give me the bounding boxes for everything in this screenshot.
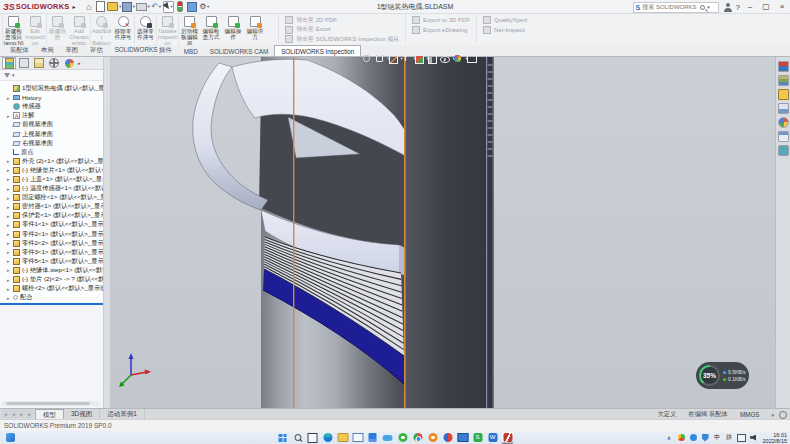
scrollbar-thumb[interactable] xyxy=(6,402,90,405)
tree-item[interactable]: History xyxy=(0,93,103,102)
app-red-icon[interactable] xyxy=(442,432,454,444)
appearances-scenes-icon[interactable] xyxy=(778,117,789,128)
zoom-area-icon[interactable] xyxy=(374,52,385,64)
tab-next-icon[interactable]: ▸ xyxy=(18,410,25,418)
view-palette-icon[interactable] xyxy=(778,103,789,114)
app-monitor-icon[interactable] xyxy=(457,432,469,444)
tray-app-color-icon[interactable] xyxy=(677,432,686,443)
language-indicator[interactable]: 中 xyxy=(713,432,722,443)
export-item[interactable]: 导出至 2D PDF xyxy=(285,16,399,24)
solidworks-logo[interactable]: ЗS SOLIDWORKS ▸ xyxy=(3,2,75,12)
tray-chevron-up-icon[interactable] xyxy=(665,432,674,443)
tree-item[interactable]: 零件2<1> (默认<<默认>_显示状 xyxy=(0,230,103,239)
tree-item[interactable]: (-) 温度传感器<1> (默认<<默认>_ xyxy=(0,184,103,193)
speaker-icon[interactable] xyxy=(749,432,758,443)
tree-item[interactable]: 前视基准面 xyxy=(0,120,103,129)
document-tab[interactable]: 模型 xyxy=(35,409,64,419)
ribbon-tab[interactable]: 评估 xyxy=(84,44,109,56)
taskbar-clock[interactable]: 16:01 2022/8/15 xyxy=(763,432,787,444)
open-document-icon[interactable] xyxy=(107,1,121,13)
export-item[interactable]: 导出至 SOLIDWORKS Inspection 项目 xyxy=(285,35,399,43)
propertymanager-tab-icon[interactable] xyxy=(17,57,31,69)
tree-item[interactable]: 配合 xyxy=(0,293,103,302)
performance-overlay[interactable]: 35% 0.5KB/s 0.1KB/s xyxy=(696,362,749,389)
save-icon[interactable] xyxy=(122,1,135,13)
print-icon[interactable] xyxy=(136,1,150,13)
panel-horizontal-scrollbar[interactable] xyxy=(2,401,100,406)
ribbon-tab[interactable]: SOLIDWORKS 插件 xyxy=(109,44,178,56)
tree-item[interactable]: 右视基准面 xyxy=(0,139,103,148)
zoom-fit-icon[interactable] xyxy=(361,52,372,64)
search-input[interactable] xyxy=(642,4,698,10)
graphics-viewport[interactable]: 35% 0.5KB/s 0.1KB/s xyxy=(111,57,775,408)
tree-item[interactable]: 零件3<1> (默认<<默认>_显示状 xyxy=(0,248,103,257)
view-settings-icon[interactable] xyxy=(465,52,476,64)
ribbon-tab[interactable]: SOLIDWORKS Inspection xyxy=(274,45,361,56)
minimize-button[interactable]: – xyxy=(744,1,756,13)
task-view-icon[interactable] xyxy=(307,432,319,444)
tab-prev-icon[interactable]: ◂ xyxy=(10,410,17,418)
tab-last-icon[interactable]: ▸ xyxy=(26,410,33,418)
tree-item[interactable]: 零件1<1> (默认<<默认>_显示状态 xyxy=(0,220,103,229)
tree-item[interactable]: 上视基准面 xyxy=(0,129,103,138)
app-orange-icon[interactable] xyxy=(427,432,439,444)
tree-item[interactable]: 保护套<1> (默认<<默认>_显示状 xyxy=(0,211,103,220)
section-view-icon[interactable] xyxy=(387,52,398,64)
ribbon-button[interactable]: 编辑供方 xyxy=(244,15,266,44)
hide-show-items-icon[interactable] xyxy=(439,52,450,64)
solidworks-forum-icon[interactable] xyxy=(778,145,789,156)
displaymanager-tab-icon[interactable] xyxy=(62,57,76,69)
tree-filter[interactable]: ▾ xyxy=(0,70,103,81)
ribbon-tab[interactable]: MBD xyxy=(178,46,204,56)
status-globe-icon[interactable] xyxy=(779,411,787,419)
file-explorer-icon[interactable] xyxy=(337,432,349,444)
store-icon[interactable] xyxy=(367,432,379,444)
file-explorer-icon[interactable] xyxy=(778,89,789,100)
tree-item[interactable]: 原点 xyxy=(0,148,103,157)
panel-splitter[interactable] xyxy=(104,57,111,408)
keyboard-icon[interactable] xyxy=(737,432,746,443)
tree-item[interactable]: (-) 上盖<1> (默认<<默认>_显示状 xyxy=(0,175,103,184)
tree-item[interactable]: 密封器<1> (默认<<默认>_显示状 xyxy=(0,202,103,211)
document-tab[interactable]: 3D视图 xyxy=(64,409,100,419)
dynamic-annotation-icon[interactable] xyxy=(400,52,411,64)
tray-app-blue-icon[interactable] xyxy=(689,432,698,443)
app-w-icon[interactable] xyxy=(487,432,499,444)
search-icon[interactable] xyxy=(700,5,705,10)
onedrive-icon[interactable] xyxy=(382,432,394,444)
rebuild-icon[interactable] xyxy=(175,1,186,13)
select-icon[interactable] xyxy=(163,1,174,13)
custom-properties-icon[interactable] xyxy=(778,131,789,142)
restore-button[interactable]: ▢ xyxy=(760,1,772,13)
ribbon-button[interactable]: 新建快照 xyxy=(46,15,68,44)
home-icon[interactable] xyxy=(83,1,94,13)
app-green-icon[interactable] xyxy=(397,432,409,444)
mail-icon[interactable] xyxy=(352,432,364,444)
export-item[interactable]: Export eDrawing xyxy=(412,26,470,34)
export-item[interactable]: QualityXpert xyxy=(483,16,527,24)
ribbon-button[interactable]: 选择零件序号 xyxy=(134,15,156,44)
tree-item[interactable]: 注解 xyxy=(0,111,103,120)
start-icon[interactable] xyxy=(277,432,289,444)
manager-tabs-overflow-icon[interactable]: ▸ xyxy=(78,60,81,66)
ribbon-tab[interactable]: SOLIDWORKS CAM xyxy=(204,46,274,56)
ribbon-button[interactable]: 新建检查项目 (amp;N) xyxy=(2,15,24,47)
tree-item[interactable]: 固定螺栓<1> (默认<<默认>_显示 xyxy=(0,193,103,202)
widgets-icon[interactable] xyxy=(4,432,16,444)
ribbon-button[interactable]: Add Characteristic xyxy=(68,15,90,47)
tree-item[interactable]: (-) 垫片 (2)<2> -> ? (默认<<默认> xyxy=(0,275,103,284)
tree-item[interactable]: 零件5<1> (默认<<默认>_显示状 xyxy=(0,257,103,266)
document-tab[interactable]: 运动算例1 xyxy=(100,409,145,419)
edit-appearance-icon[interactable] xyxy=(452,52,463,64)
solidworks-icon[interactable] xyxy=(502,432,514,444)
display-style-icon[interactable] xyxy=(426,52,437,64)
export-item[interactable]: Export to 3D PDF xyxy=(412,16,470,24)
search-box[interactable]: S ▾ xyxy=(633,2,719,13)
ribbon-tab[interactable]: 装配体 xyxy=(4,44,35,56)
highlighted-edge[interactable] xyxy=(293,57,294,408)
help-button[interactable]: ? xyxy=(736,3,740,12)
rollback-bar[interactable] xyxy=(0,303,103,305)
dimxpertmanager-tab-icon[interactable] xyxy=(47,57,61,69)
chrome-icon[interactable] xyxy=(412,432,424,444)
tree-item[interactable]: (-) 绝缘体.step<1> (默认<<默认> xyxy=(0,266,103,275)
